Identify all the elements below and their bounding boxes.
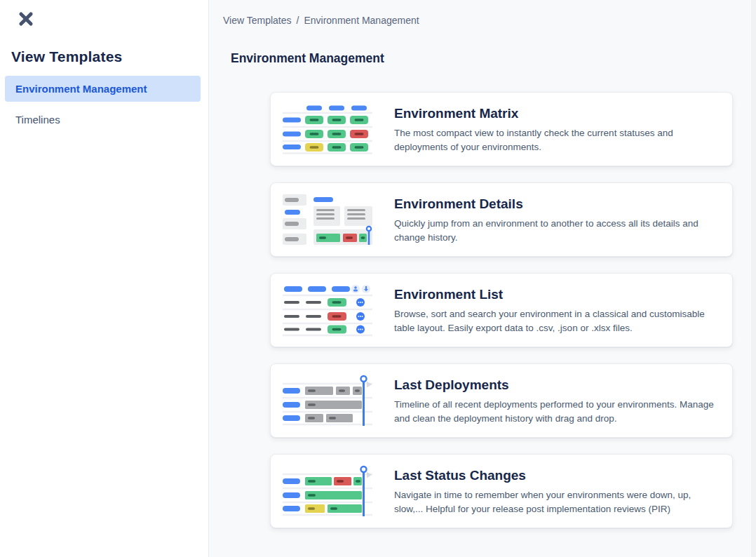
template-nav: Environment Management Timelines (0, 76, 208, 133)
environment-matrix-thumbnail (283, 104, 372, 154)
template-card-last-status-changes[interactable]: Last Status Changes Navigate in time to … (270, 454, 733, 528)
template-card-last-deployments[interactable]: Last Deployments Timeline of all recent … (270, 363, 733, 438)
last-status-changes-thumbnail (283, 464, 372, 518)
card-title: Environment List (394, 287, 718, 302)
environment-details-thumbnail (283, 194, 372, 245)
sidebar-item-timelines[interactable]: Timelines (5, 107, 201, 133)
main-content: View Templates/Environment Management En… (208, 0, 756, 557)
card-text: Last Deployments Timeline of all recent … (394, 376, 718, 426)
sidebar: View Templates Environment Management Ti… (0, 0, 208, 557)
template-card-environment-details[interactable]: Environment Details Quickly jump from an… (270, 182, 733, 257)
card-text: Environment List Browse, sort and search… (394, 286, 718, 335)
breadcrumb: View Templates/Environment Management (209, 0, 756, 26)
card-title: Last Deployments (394, 377, 718, 393)
card-description: The most compact view to instantly check… (394, 126, 714, 154)
breadcrumb-current: Environment Management (304, 15, 419, 26)
last-deployments-thumbnail (283, 374, 372, 427)
card-title: Environment Matrix (394, 106, 718, 121)
sidebar-item-environment-management[interactable]: Environment Management (5, 76, 201, 102)
close-icon (17, 10, 35, 28)
breadcrumb-view-templates[interactable]: View Templates (223, 15, 292, 26)
sidebar-item-label: Timelines (15, 114, 60, 126)
environment-list-thumbnail (283, 283, 372, 337)
card-text: Environment Matrix The most compact view… (394, 105, 718, 154)
scrollbar-track[interactable] (751, 0, 756, 557)
page-title: Environment Management (231, 51, 756, 66)
card-description: Quickly jump from an environment to anot… (394, 217, 714, 245)
card-description: Navigate in time to remember when your e… (394, 488, 714, 516)
close-button[interactable] (15, 8, 36, 29)
card-text: Environment Details Quickly jump from an… (394, 195, 718, 245)
sidebar-item-label: Environment Management (15, 83, 147, 95)
card-title: Last Status Changes (394, 468, 718, 483)
template-card-environment-matrix[interactable]: Environment Matrix The most compact view… (270, 92, 733, 166)
sidebar-title: View Templates (11, 48, 208, 65)
card-text: Last Status Changes Navigate in time to … (394, 467, 718, 516)
breadcrumb-separator: / (297, 15, 299, 26)
template-card-environment-list[interactable]: Environment List Browse, sort and search… (270, 273, 733, 347)
card-description: Timeline of all recent deployments perfo… (394, 398, 714, 426)
template-card-list: Environment Matrix The most compact view… (270, 92, 733, 528)
card-title: Environment Details (394, 196, 718, 212)
card-description: Browse, sort and search your environment… (394, 307, 714, 335)
